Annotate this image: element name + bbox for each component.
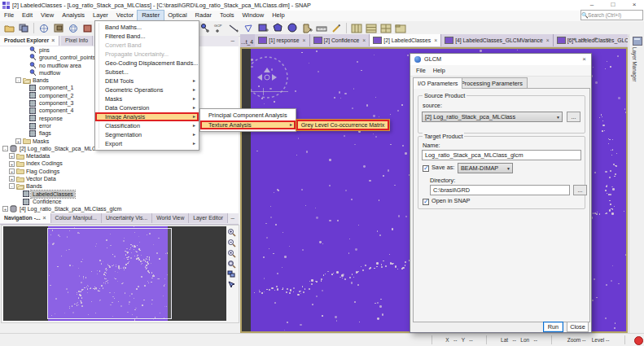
nav-tab-uncertainty-vis[interactable]: Uncertainty Vis... (102, 213, 152, 223)
doc-tab-1-response[interactable]: [1] response× (255, 34, 309, 46)
menu-item-principal-component-analysis[interactable]: Principal Component Analysis (200, 111, 296, 120)
menu-analysis[interactable]: Analysis (58, 11, 89, 20)
measure-tool-icon[interactable] (315, 22, 328, 34)
reprojection-icon[interactable] (37, 22, 50, 34)
tree-row-confidence[interactable]: Confidence (0, 198, 239, 205)
tree-row-4-log-ratio-stack-pca-mlclass-glcm[interactable]: +[4] Log_ratio_Stack_pca_MLClass_glcm (0, 205, 239, 212)
ellipse-tool-icon[interactable] (286, 22, 299, 34)
tree-row-labeledclasses[interactable]: LabeledClasses (0, 191, 239, 198)
menu-item-segmentation[interactable]: Segmentation▸ (95, 130, 199, 139)
close-tab-icon[interactable]: × (303, 37, 306, 43)
run-button[interactable]: Run (543, 322, 563, 332)
menu-item-subset[interactable]: Subset... (95, 68, 199, 77)
menu-item-grey-level-co-occurrence-matrix[interactable]: Grey Level Co-occurrence Matrix (296, 119, 390, 131)
doc-tab-t-4[interactable]: ...t_4 (240, 36, 255, 47)
menu-item-geometric-operations[interactable]: Geometric Operations▸ (95, 85, 199, 94)
nav-tab-colour-manipul[interactable]: Colour Manipul... (51, 213, 102, 223)
visible-area-box[interactable] (47, 228, 172, 319)
product-stack-icon[interactable] (17, 22, 30, 34)
close-dialog-button[interactable]: Close (567, 322, 589, 332)
menu-item-masks[interactable]: Masks▸ (95, 94, 199, 103)
polygon-tool-icon[interactable] (271, 22, 284, 34)
nav-tab-navigation[interactable]: Navigation -...× (0, 213, 51, 223)
source-browse-button[interactable]: ... (567, 112, 580, 122)
tree-row-index-codings[interactable]: +Index Codings (0, 160, 239, 167)
tile-horizontally-icon[interactable] (365, 22, 378, 34)
menu-edit[interactable]: Edit (18, 11, 37, 20)
doc-tab-2-confidence[interactable]: [2] Confidence× (310, 34, 370, 46)
menu-item-band-maths[interactable]: Band Maths... (95, 23, 199, 32)
zoom-in-icon[interactable] (226, 227, 237, 237)
menu-item-texture-analysis[interactable]: Texture Analysis▸ (200, 120, 296, 130)
close-tab-icon[interactable]: × (43, 215, 46, 221)
doc-tab-2-labeledclasses[interactable]: [2] LabeledClasses× (370, 34, 441, 46)
tab-io-parameters[interactable]: I/O Parameters (413, 77, 462, 89)
tab-scroll-arrows[interactable]: ◂ ▸ ▾ ▭ (572, 36, 626, 46)
layer-manager-icon[interactable] (633, 37, 642, 46)
pan-compass-overlay[interactable] (251, 53, 301, 103)
menu-item-geo-coding-displacement-bands[interactable]: Geo-Coding Displacement Bands... (95, 59, 199, 68)
menu-item-filtered-band[interactable]: Filtered Band... (95, 32, 199, 41)
menu-radar[interactable]: Radar (191, 11, 216, 20)
expand-icon[interactable]: + (9, 153, 15, 159)
tree-row-flag-codings[interactable]: +Flag Codings (0, 168, 239, 175)
close-icon[interactable]: × (51, 37, 55, 43)
polyline-tool-icon[interactable] (242, 22, 255, 34)
search-input[interactable]: 🔍Search (Ctrl+I) (580, 10, 643, 20)
expand-icon[interactable]: + (9, 169, 15, 174)
tile-vertically-icon[interactable] (350, 22, 363, 34)
tree-row-vector-data[interactable]: +Vector Data (0, 175, 239, 182)
import-vector-icon[interactable] (300, 22, 313, 34)
menu-help[interactable]: Help (268, 11, 288, 20)
tab-pixel-info[interactable]: Pixel Info (61, 36, 93, 46)
menu-file[interactable]: File (0, 11, 18, 20)
menu-item-dem-tools[interactable]: DEM Tools▸ (95, 77, 199, 85)
dialog-menu-file[interactable]: File (416, 67, 426, 74)
doc-tab-4-labeledclasses-glcmvariance[interactable]: [4] LabeledClasses_GLCMVariance× (441, 34, 554, 46)
tree-row-bands[interactable]: -Bands (0, 182, 239, 190)
minimize-panel-icon[interactable]: – (231, 36, 234, 46)
menu-vector[interactable]: Vector (112, 11, 138, 20)
band-select-icon[interactable] (81, 22, 94, 34)
close-tab-icon[interactable]: × (546, 37, 550, 43)
menu-item-export[interactable]: Export▸ (95, 139, 199, 148)
layer-manager-label[interactable]: Layer Manager (632, 47, 637, 81)
directory-field[interactable]: C:\brasil\GRD (430, 185, 570, 195)
dialog-close-icon[interactable]: × (582, 54, 586, 65)
zoom-pixel-icon[interactable] (226, 248, 237, 258)
minimize-panel-icon[interactable]: – (231, 213, 234, 223)
menu-item-data-conversion[interactable]: Data Conversion▸ (95, 103, 199, 112)
close-tab-icon[interactable]: × (434, 37, 437, 43)
directory-browse-button[interactable]: ... (573, 185, 587, 195)
dialog-title-bar[interactable]: GLCM × (410, 54, 591, 65)
sync-view-icon[interactable] (226, 269, 237, 279)
menu-item-image-analysis[interactable]: Image Analysis▸ (95, 112, 199, 121)
tab-processing-parameters[interactable]: Processing Parameters (456, 77, 528, 88)
collapse-icon[interactable]: - (2, 146, 8, 151)
mosaic-icon[interactable] (67, 22, 80, 34)
gcp-tool-icon[interactable]: GCP (212, 22, 226, 34)
pencil-tool-icon[interactable] (330, 22, 343, 34)
open-in-snap-checkbox[interactable] (423, 199, 429, 205)
pin-tool-icon[interactable] (198, 22, 211, 34)
subset-icon[interactable] (52, 22, 65, 34)
expand-icon[interactable]: + (2, 206, 8, 212)
collapse-icon[interactable]: - (9, 183, 15, 189)
error-status-dot[interactable] (634, 336, 643, 345)
expand-icon[interactable]: + (15, 138, 21, 144)
expand-icon[interactable]: + (9, 161, 15, 167)
close-tab-icon[interactable]: × (362, 37, 366, 43)
tab-product-explorer[interactable]: Product Explorer× (0, 36, 59, 46)
collapse-icon[interactable]: - (15, 77, 21, 83)
tile-single-icon[interactable] (394, 22, 407, 34)
rectangle-tool-icon[interactable] (256, 22, 269, 34)
nav-tab-world-view[interactable]: World View (152, 213, 189, 223)
expand-icon[interactable]: + (9, 176, 15, 182)
sync-cursor-icon[interactable] (226, 280, 237, 290)
target-name-field[interactable]: Log_ratio_Stack_pca_MLClass_glcm (422, 150, 581, 160)
menu-raster[interactable]: Raster (138, 11, 164, 20)
nav-tab-layer-editor[interactable]: Layer Editor (189, 213, 228, 223)
format-combobox[interactable]: BEAM-DIMAP▼ (458, 163, 513, 173)
open-product-icon[interactable] (2, 22, 15, 34)
menu-optical[interactable]: Optical (164, 11, 191, 20)
